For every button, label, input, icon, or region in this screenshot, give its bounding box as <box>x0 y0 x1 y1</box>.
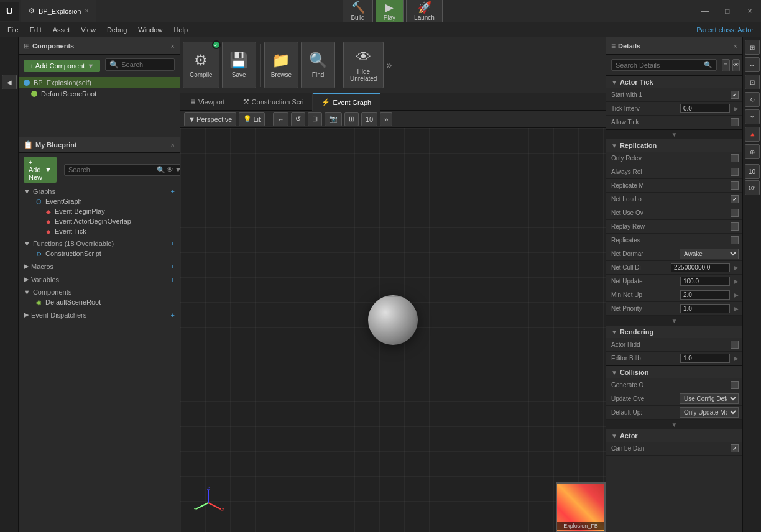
bp-item-begin-play[interactable]: ◆ Event BeginPlay <box>24 206 175 216</box>
always-relevant-checkbox[interactable] <box>731 168 739 176</box>
components-close-btn[interactable]: × <box>171 42 175 50</box>
start-with-1-checkbox[interactable] <box>731 91 739 99</box>
details-eye-btn[interactable]: 👁 <box>732 59 740 71</box>
component-item-bp-explosion[interactable]: BP_Explosion(self) <box>19 77 180 88</box>
default-update-select[interactable]: Only Update Mov <box>680 407 739 418</box>
replay-rewind-checkbox[interactable] <box>731 222 739 231</box>
bp-components-header[interactable]: ▼ Components <box>24 287 175 297</box>
net-dormancy-select[interactable]: Awake <box>680 249 739 259</box>
min-net-update-expand[interactable]: ▶ <box>734 291 739 298</box>
replicate-movement-checkbox[interactable] <box>731 181 739 190</box>
bp-graphs-add-btn[interactable]: + <box>171 188 175 195</box>
bp-add-new-button[interactable]: + Add New ▼ <box>24 157 57 183</box>
menu-view[interactable]: View <box>76 25 101 35</box>
replication-header[interactable]: ▼ Replication <box>606 139 742 152</box>
bp-item-eventgraph[interactable]: ⬡ EventGraph <box>24 196 175 206</box>
right-edge-btn-3[interactable]: ⊡ <box>745 75 760 89</box>
bp-view-icon[interactable]: 👁 <box>167 166 173 174</box>
grid-size-edge-btn[interactable]: 10 <box>745 164 760 179</box>
camera-btn[interactable]: 📷 <box>325 112 342 126</box>
build-button[interactable]: 🔨 Build <box>343 0 372 24</box>
bp-functions-header[interactable]: ▼ Functions (18 Overridable) + <box>24 239 175 249</box>
net-priority-expand[interactable]: ▶ <box>734 305 739 312</box>
rotate-btn[interactable]: ↺ <box>291 112 305 126</box>
bp-macros-add-btn[interactable]: + <box>171 263 175 270</box>
right-edge-btn-7[interactable]: ⊕ <box>745 144 760 159</box>
toolbar-more-btn[interactable]: » <box>386 60 392 71</box>
launch-button[interactable]: 🚀 Launch <box>406 0 443 24</box>
perspective-dropdown-btn[interactable]: ▼ Perspective <box>184 112 236 126</box>
net-cull-expand[interactable]: ▶ <box>734 264 739 271</box>
section-expand-1[interactable]: ▼ <box>606 130 742 139</box>
menu-asset[interactable]: Asset <box>48 25 75 35</box>
menu-help[interactable]: Help <box>168 25 193 35</box>
bp-functions-add-btn[interactable]: + <box>171 240 175 247</box>
bp-item-event-tick[interactable]: ◆ Event Tick <box>24 226 175 236</box>
grid-toggle-btn[interactable]: ⊞ <box>344 112 359 126</box>
rendering-header[interactable]: ▼ Rendering <box>606 326 742 338</box>
collision-header[interactable]: ▼ Collision <box>606 366 742 378</box>
tab-close-btn[interactable]: × <box>85 7 89 14</box>
min-net-update-input[interactable] <box>680 290 730 300</box>
component-item-default-scene-root[interactable]: DefaultSceneRoot <box>19 88 180 99</box>
right-edge-btn-6[interactable]: 🔺 <box>745 127 760 142</box>
details-list-view-btn[interactable]: ≡ <box>722 59 730 71</box>
grid-size-btn[interactable]: 10 <box>361 112 377 126</box>
menu-debug[interactable]: Debug <box>102 25 132 35</box>
update-overlaps-select[interactable]: Use Config Defau <box>680 393 739 404</box>
angle-edge-btn[interactable]: 10° <box>745 180 760 195</box>
generate-overlap-checkbox[interactable] <box>731 381 739 389</box>
can-be-damaged-checkbox[interactable] <box>731 444 739 452</box>
event-graph-tab[interactable]: ⚡ Event Graph <box>313 93 380 111</box>
actor-hidden-checkbox[interactable] <box>731 341 739 349</box>
only-relevant-checkbox[interactable] <box>731 154 739 162</box>
minimize-button[interactable]: — <box>694 0 716 22</box>
net-priority-input[interactable] <box>680 304 730 313</box>
details-search-input[interactable] <box>616 62 701 69</box>
bp-variables-add-btn[interactable]: + <box>171 276 175 283</box>
parent-class-link[interactable]: Actor <box>737 26 754 34</box>
right-edge-btn-5[interactable]: ⌖ <box>745 109 760 124</box>
menu-file[interactable]: File <box>2 25 24 35</box>
menu-window[interactable]: Window <box>133 25 167 35</box>
sidebar-toggle-btn[interactable]: ◀ <box>2 75 17 89</box>
bp-variables-header[interactable]: ▶ Variables + <box>24 274 175 285</box>
bp-search-input[interactable] <box>68 166 154 173</box>
details-close-btn[interactable]: × <box>734 42 737 50</box>
actor-section-header[interactable]: ▼ Actor <box>606 429 742 442</box>
tick-interval-input[interactable] <box>680 104 730 113</box>
lit-dropdown-btn[interactable]: 💡 Lit <box>239 112 265 126</box>
bp-explosion-tab[interactable]: ⚙ BP_Explosion × <box>21 0 96 22</box>
bp-event-dispatchers-header[interactable]: ▶ Event Dispatchers + <box>24 310 175 320</box>
tick-interval-expand[interactable]: ▶ <box>734 105 739 112</box>
menu-edit[interactable]: Edit <box>25 25 47 35</box>
compile-button[interactable]: ⚙ Compile ✓ <box>183 42 219 88</box>
find-button[interactable]: 🔍 Find <box>301 42 335 88</box>
bp-graphs-header[interactable]: ▼ Graphs + <box>24 186 175 196</box>
replicates-checkbox[interactable] <box>731 236 739 244</box>
editor-billboard-input[interactable] <box>680 354 730 363</box>
section-expand-3[interactable]: ▼ <box>606 420 742 429</box>
bp-item-construction-script[interactable]: ⚙ ConstructionScript <box>24 249 175 259</box>
browse-button[interactable]: 📁 Browse <box>264 42 298 88</box>
viewport-tab[interactable]: 🖥 Viewport <box>180 93 234 111</box>
scale-btn[interactable]: ⊞ <box>308 112 322 126</box>
more-options-btn[interactable]: » <box>380 112 392 126</box>
bp-search-icon[interactable]: 🔍 <box>157 166 165 174</box>
close-button[interactable]: × <box>739 0 761 22</box>
net-load-on-checkbox[interactable] <box>731 195 739 203</box>
maximize-button[interactable]: □ <box>716 0 739 22</box>
bp-item-actor-overlap[interactable]: ◆ Event ActorBeginOverlap <box>24 216 175 226</box>
my-blueprint-close-btn[interactable]: × <box>171 141 175 149</box>
bp-item-default-scene-root[interactable]: ◉ DefaultSceneRoot <box>24 297 175 307</box>
components-search-input[interactable] <box>121 61 170 68</box>
viewport-canvas[interactable]: X Y Z Explosion_FB <box>180 128 606 532</box>
add-component-button[interactable]: + Add Component ▼ <box>24 60 100 72</box>
allow-tick-checkbox[interactable] <box>731 118 739 126</box>
bp-event-dispatchers-add-btn[interactable]: + <box>171 311 175 319</box>
net-update-expand[interactable]: ▶ <box>734 278 739 285</box>
actor-tick-header[interactable]: ▼ Actor Tick <box>606 76 742 88</box>
net-update-input[interactable] <box>680 277 730 286</box>
right-edge-btn-2[interactable]: ↔ <box>745 57 760 72</box>
play-button[interactable]: ▶ Play <box>376 0 404 24</box>
